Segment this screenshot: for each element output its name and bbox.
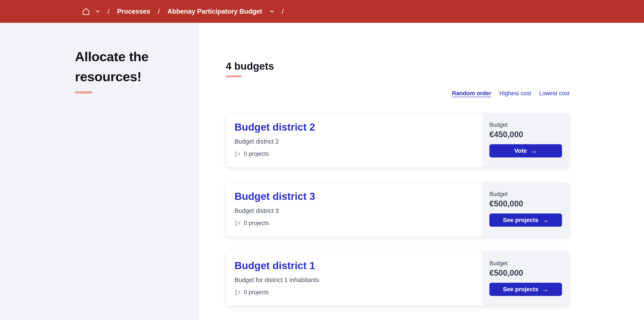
vote-button-label: Vote xyxy=(514,147,527,154)
projects-count-label: 0 projects xyxy=(244,220,269,226)
breadcrumb-separator: / xyxy=(158,8,160,16)
projects-count-label: 0 projects xyxy=(244,289,269,296)
budget-title-link[interactable]: Budget district 2 xyxy=(234,122,315,133)
see-projects-button[interactable]: See projects → xyxy=(490,213,562,227)
budget-card-aside: Budget €500,000 See projects → xyxy=(482,252,569,305)
sort-options: Random order Highest cost Lowest cost xyxy=(226,90,570,97)
budget-projects-count: 0 projects xyxy=(234,220,482,226)
chevron-down-icon[interactable] xyxy=(270,10,274,13)
budget-amount-label: Budget xyxy=(490,260,562,267)
projects-icon xyxy=(234,220,241,226)
arrow-right-icon: → xyxy=(531,148,537,154)
budget-description: Budget for district 1 inhabitants xyxy=(234,276,482,283)
budget-card-body: Budget district 1 Budget for district 1 … xyxy=(226,252,482,305)
budget-card-aside: Budget €450,000 Vote → xyxy=(482,113,569,167)
heading-accent-underline xyxy=(226,75,242,77)
breadcrumb-item-current-process[interactable]: Abbenay Participatory Budget xyxy=(168,8,262,15)
budget-amount-value: €500,000 xyxy=(490,268,562,278)
budget-amount-label: Budget xyxy=(490,122,562,128)
title-accent-underline xyxy=(75,91,92,94)
breadcrumb-item-processes[interactable]: Processes xyxy=(117,8,150,15)
chevron-down-icon[interactable] xyxy=(96,10,100,13)
budgets-list-section: 4 budgets Random order Highest cost Lowe… xyxy=(199,23,644,320)
see-projects-button-label: See projects xyxy=(503,217,538,223)
home-icon[interactable] xyxy=(82,8,90,16)
see-projects-button[interactable]: See projects → xyxy=(490,283,562,296)
budget-card-body: Budget district 3 Budget district 3 0 pr… xyxy=(226,182,482,236)
budget-card: Budget district 1 Budget for district 1 … xyxy=(226,251,570,306)
projects-icon xyxy=(234,289,241,296)
budget-card: Budget district 2 Budget district 2 0 pr… xyxy=(226,113,570,167)
budget-amount-value: €500,000 xyxy=(490,199,562,208)
sort-lowest-cost-link[interactable]: Lowest cost xyxy=(539,90,570,97)
breadcrumb: / Processes / Abbenay Participatory Budg… xyxy=(0,0,644,23)
breadcrumb-separator: / xyxy=(282,8,284,16)
budget-cards: Budget district 2 Budget district 2 0 pr… xyxy=(226,113,570,306)
projects-icon xyxy=(234,151,241,157)
sort-random-order-link[interactable]: Random order xyxy=(452,90,491,97)
sidebar: Allocate the resources! xyxy=(0,23,199,320)
sort-highest-cost-link[interactable]: Highest cost xyxy=(500,90,531,97)
budget-title-link[interactable]: Budget district 3 xyxy=(234,191,315,202)
vote-button[interactable]: Vote → xyxy=(490,144,562,157)
breadcrumb-separator: / xyxy=(108,8,110,16)
budget-card: Budget district 3 Budget district 3 0 pr… xyxy=(226,182,570,236)
page-title: Allocate the resources! xyxy=(75,47,169,87)
projects-count-label: 0 projects xyxy=(244,151,269,157)
arrow-right-icon: → xyxy=(542,286,548,292)
budget-amount-value: €450,000 xyxy=(490,130,562,139)
budget-description: Budget district 2 xyxy=(234,138,482,145)
see-projects-button-label: See projects xyxy=(503,286,538,293)
budget-title-link[interactable]: Budget district 1 xyxy=(234,260,315,271)
budget-projects-count: 0 projects xyxy=(234,151,482,157)
budget-projects-count: 0 projects xyxy=(234,289,482,296)
budget-amount-label: Budget xyxy=(490,191,562,197)
budget-card-body: Budget district 2 Budget district 2 0 pr… xyxy=(226,113,482,167)
budgets-count-heading: 4 budgets xyxy=(226,60,570,72)
arrow-right-icon: → xyxy=(542,217,548,223)
budget-card-aside: Budget €500,000 See projects → xyxy=(482,182,569,236)
budget-description: Budget district 3 xyxy=(234,207,482,214)
